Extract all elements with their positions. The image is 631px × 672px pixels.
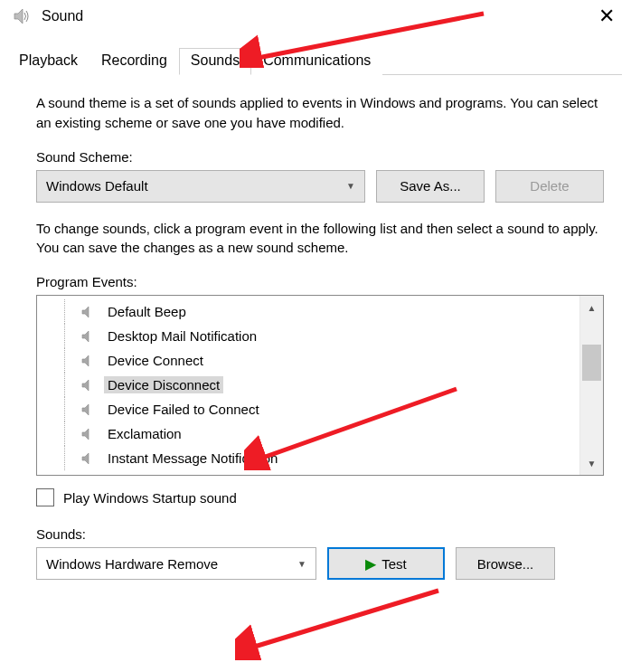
vertical-scrollbar[interactable]: ▲ ▼ bbox=[579, 296, 603, 475]
tab-strip: Playback Recording Sounds Communications bbox=[7, 36, 622, 75]
sound-app-icon bbox=[11, 5, 33, 27]
svg-marker-3 bbox=[82, 355, 89, 366]
tree-connector bbox=[64, 373, 75, 397]
tree-connector bbox=[64, 348, 75, 373]
svg-marker-0 bbox=[14, 9, 23, 24]
window-title: Sound bbox=[42, 8, 591, 24]
tree-connector bbox=[64, 299, 75, 324]
program-event-label: Desktop Mail Notification bbox=[104, 327, 260, 345]
svg-marker-6 bbox=[82, 429, 89, 440]
close-icon[interactable]: ✕ bbox=[591, 6, 622, 26]
startup-sound-checkbox[interactable] bbox=[36, 488, 54, 506]
play-icon: ▶ bbox=[365, 555, 376, 573]
sounds-dropdown[interactable]: Windows Hardware Remove ▼ bbox=[36, 547, 316, 580]
tree-connector bbox=[64, 397, 75, 421]
program-event-label: Exclamation bbox=[104, 425, 185, 442]
tree-connector bbox=[64, 421, 75, 446]
titlebar: Sound ✕ bbox=[0, 0, 631, 36]
sound-scheme-dropdown[interactable]: Windows Default ▼ bbox=[36, 170, 365, 203]
description-text: A sound theme is a set of sounds applied… bbox=[36, 93, 604, 133]
svg-marker-4 bbox=[82, 380, 89, 391]
tab-sounds[interactable]: Sounds bbox=[179, 48, 251, 75]
svg-line-13 bbox=[249, 591, 438, 648]
test-button[interactable]: ▶ Test bbox=[327, 547, 445, 580]
tab-communications[interactable]: Communications bbox=[251, 48, 382, 75]
svg-marker-1 bbox=[82, 307, 89, 317]
svg-marker-5 bbox=[82, 404, 89, 415]
program-events-list[interactable]: Default BeepDesktop Mail NotificationDev… bbox=[36, 295, 604, 476]
chevron-down-icon: ▼ bbox=[297, 559, 306, 569]
program-event-label: Device Disconnect bbox=[104, 376, 223, 393]
scroll-track[interactable] bbox=[580, 319, 603, 451]
program-event-item[interactable]: Desktop Mail Notification bbox=[37, 324, 579, 348]
annotation-arrow bbox=[235, 583, 452, 660]
save-as-button[interactable]: Save As... bbox=[376, 170, 485, 203]
sounds-dropdown-label: Sounds: bbox=[36, 526, 604, 542]
test-button-label: Test bbox=[381, 556, 407, 572]
program-event-item[interactable]: Default Beep bbox=[37, 299, 579, 324]
program-event-item[interactable]: Device Connect bbox=[37, 348, 579, 373]
speaker-icon bbox=[77, 402, 99, 417]
sounds-value: Windows Hardware Remove bbox=[46, 556, 218, 572]
scroll-down-icon[interactable]: ▼ bbox=[580, 451, 603, 475]
scroll-up-icon[interactable]: ▲ bbox=[580, 296, 603, 319]
program-event-label: Instant Message Notification bbox=[104, 450, 281, 467]
program-event-item[interactable]: Exclamation bbox=[37, 421, 579, 446]
speaker-icon bbox=[77, 427, 99, 441]
tree-connector bbox=[64, 324, 75, 348]
delete-button: Delete bbox=[495, 170, 604, 203]
speaker-icon bbox=[77, 329, 99, 344]
tab-playback[interactable]: Playback bbox=[7, 48, 89, 75]
program-event-label: Default Beep bbox=[104, 303, 190, 320]
tab-recording[interactable]: Recording bbox=[89, 48, 179, 75]
speaker-icon bbox=[77, 378, 99, 393]
speaker-icon bbox=[77, 305, 99, 319]
tree-connector bbox=[64, 446, 75, 470]
scroll-thumb[interactable] bbox=[582, 345, 601, 381]
program-events-label: Program Events: bbox=[36, 274, 604, 289]
speaker-icon bbox=[77, 451, 99, 466]
chevron-down-icon: ▼ bbox=[346, 181, 355, 191]
startup-sound-label: Play Windows Startup sound bbox=[63, 490, 237, 506]
svg-marker-2 bbox=[82, 331, 89, 342]
tab-content: A sound theme is a set of sounds applied… bbox=[0, 75, 631, 580]
scheme-label: Sound Scheme: bbox=[36, 149, 604, 165]
program-event-label: Device Connect bbox=[104, 352, 207, 369]
svg-marker-7 bbox=[82, 453, 89, 464]
change-description: To change sounds, click a program event … bbox=[36, 219, 604, 259]
program-event-label: Device Failed to Connect bbox=[104, 401, 263, 418]
sound-scheme-value: Windows Default bbox=[46, 178, 148, 194]
browse-button[interactable]: Browse... bbox=[456, 547, 555, 580]
program-event-item[interactable]: Device Disconnect bbox=[37, 373, 579, 397]
speaker-icon bbox=[77, 354, 99, 368]
program-event-item[interactable]: Device Failed to Connect bbox=[37, 397, 579, 421]
program-event-item[interactable]: Instant Message Notification bbox=[37, 446, 579, 470]
